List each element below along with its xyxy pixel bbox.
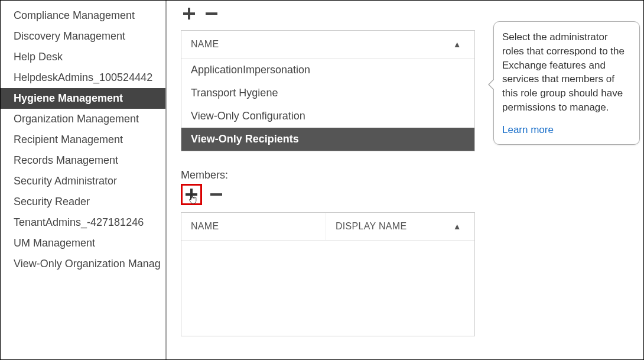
sidebar-item-organization-management[interactable]: Organization Management (1, 109, 165, 129)
role-groups-sidebar: Compliance Management Discovery Manageme… (1, 1, 167, 359)
members-table-header: NAME DISPLAY NAME ▲ (181, 213, 474, 241)
svg-rect-4 (186, 193, 197, 196)
sort-asc-icon: ▲ (453, 222, 461, 231)
svg-rect-1 (183, 12, 195, 15)
sidebar-item-um-management[interactable]: UM Management (1, 233, 165, 254)
role-row-view-only-configuration[interactable]: View-Only Configuration (181, 105, 474, 128)
sort-asc-icon: ▲ (453, 40, 461, 49)
sidebar-item-view-only-org-management[interactable]: View-Only Organization Manag (1, 254, 165, 274)
roles-table-header[interactable]: NAME ▲ (181, 31, 474, 59)
members-column-name[interactable]: NAME (181, 213, 326, 240)
main-panel: NAME ▲ ApplicationImpersonation Transpor… (167, 1, 643, 359)
minus-icon (210, 188, 223, 201)
svg-rect-2 (206, 12, 217, 15)
roles-column-name: NAME (191, 39, 453, 50)
sidebar-item-helpdesk-admins[interactable]: HelpdeskAdmins_100524442 (1, 67, 165, 88)
help-tooltip: Select the administrator roles that corr… (493, 21, 640, 145)
roles-table: NAME ▲ ApplicationImpersonation Transpor… (181, 30, 475, 151)
sidebar-item-tenant-admins[interactable]: TenantAdmins_-427181246 (1, 212, 165, 233)
sidebar-item-compliance-management[interactable]: Compliance Management (1, 5, 165, 26)
remove-role-button[interactable] (203, 5, 220, 22)
plus-icon (183, 7, 196, 20)
sidebar-item-security-administrator[interactable]: Security Administrator (1, 171, 165, 192)
minus-icon (205, 7, 218, 20)
sidebar-item-security-reader[interactable]: Security Reader (1, 192, 165, 212)
members-toolbar (181, 184, 632, 205)
members-table: NAME DISPLAY NAME ▲ (181, 212, 475, 336)
role-row-view-only-recipients[interactable]: View-Only Recipients (181, 128, 474, 151)
help-tooltip-text: Select the administrator roles that corr… (502, 31, 625, 113)
role-row-transport-hygiene[interactable]: Transport Hygiene (181, 82, 474, 105)
add-role-button[interactable] (181, 5, 197, 22)
role-row-application-impersonation[interactable]: ApplicationImpersonation (181, 59, 474, 82)
add-member-button[interactable] (183, 186, 200, 203)
members-label: Members: (181, 169, 632, 181)
plus-icon (185, 188, 198, 201)
learn-more-link[interactable]: Learn more (502, 123, 554, 137)
sidebar-item-records-management[interactable]: Records Management (1, 150, 165, 171)
remove-member-button[interactable] (208, 186, 225, 203)
sidebar-item-recipient-management[interactable]: Recipient Management (1, 129, 165, 150)
sidebar-item-help-desk[interactable]: Help Desk (1, 47, 165, 67)
members-column-display-name-label: DISPLAY NAME (336, 221, 406, 232)
sidebar-item-discovery-management[interactable]: Discovery Management (1, 26, 165, 47)
members-column-display-name[interactable]: DISPLAY NAME ▲ (326, 213, 474, 240)
svg-rect-5 (210, 193, 222, 196)
add-member-highlight (181, 184, 202, 205)
sidebar-item-hygiene-management[interactable]: Hygiene Management (1, 88, 165, 109)
